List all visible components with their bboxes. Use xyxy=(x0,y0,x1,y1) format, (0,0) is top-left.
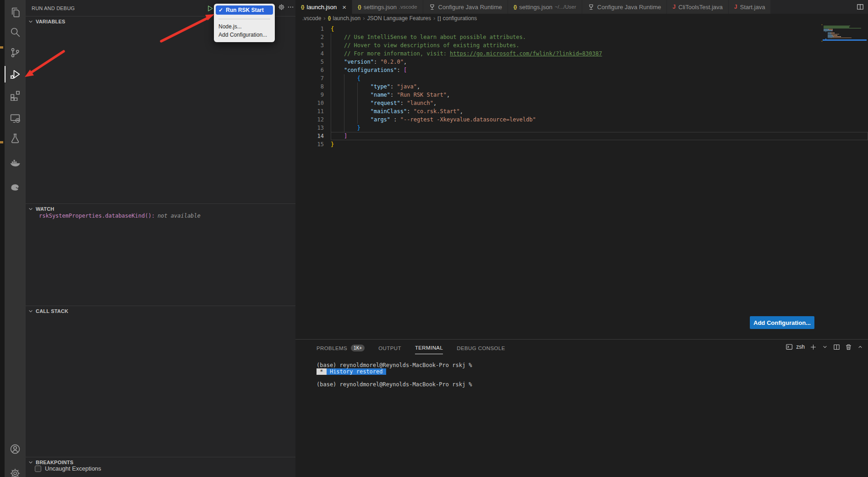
chevron-down-icon xyxy=(27,206,34,212)
terminal-prompt-icon[interactable] xyxy=(786,343,793,351)
activity-bar-item-explorer[interactable] xyxy=(5,3,26,22)
line-number: 6 xyxy=(295,66,331,74)
code-line-6[interactable]: 6 "configurations": [ xyxy=(295,66,868,74)
code-line-9[interactable]: 9 "name": "Run RSK Start", xyxy=(295,91,868,99)
watch-expression-row[interactable]: rskSystemProperties.databaseKind():not a… xyxy=(26,213,295,219)
split-editor-icon[interactable] xyxy=(857,3,865,12)
code-line-7[interactable]: 7 { xyxy=(295,74,868,82)
tab-configure-java-runtime[interactable]: Configure Java Runtime xyxy=(423,0,508,14)
code-line-2[interactable]: 2 // Use IntelliSense to learn about pos… xyxy=(295,33,868,41)
menu-item-nodejs[interactable]: Node.js... xyxy=(214,22,275,31)
code-line-11[interactable]: 11 "mainClass": "co.rsk.Start", xyxy=(295,107,868,115)
breadcrumb-item-json-language-features[interactable]: JSON Language Features xyxy=(367,15,431,22)
code-line-content: "configurations": [ xyxy=(331,66,868,74)
activity-bar-item-accounts[interactable] xyxy=(5,440,26,458)
breadcrumb-item-launch-json[interactable]: launch.json xyxy=(333,15,361,22)
minimap-line xyxy=(829,29,832,30)
code-line-8[interactable]: 8 "type": "java", xyxy=(295,82,868,91)
chevron-down-icon[interactable] xyxy=(822,344,828,350)
close-icon[interactable]: × xyxy=(342,4,346,11)
tab-label: CliToolsTest.java xyxy=(678,4,723,11)
minimap-current-line-marker xyxy=(823,39,867,41)
panel-tab-problems[interactable]: PROBLEMS1K+ xyxy=(317,340,365,355)
tab-start-java[interactable]: JStart.java xyxy=(729,0,771,14)
code-line-4[interactable]: 4 // For more information, visit: https:… xyxy=(295,49,868,58)
activity-bar-item-run-and-debug[interactable] xyxy=(5,65,26,83)
minimap-line xyxy=(831,34,839,35)
add-configuration-button[interactable]: Add Configuration... xyxy=(750,316,814,329)
watch-section-header[interactable]: WATCH xyxy=(26,203,295,214)
more-actions-icon[interactable] xyxy=(286,3,295,11)
breadcrumb-separator: › xyxy=(363,15,365,22)
editor-code-area[interactable]: 1{2 // Use IntelliSense to learn about p… xyxy=(295,22,868,339)
activity-bar-item-search[interactable] xyxy=(5,23,26,41)
minimap[interactable] xyxy=(820,22,867,46)
debug-settings-gear-icon[interactable] xyxy=(277,3,285,11)
panel-tab-output[interactable]: OUTPUT xyxy=(378,341,401,354)
activity-bar-item-settings-gear[interactable] xyxy=(5,464,26,477)
tab-settings-json-vscode[interactable]: {}settings.json.vscode xyxy=(352,0,423,14)
line-number: 4 xyxy=(295,49,331,58)
uncaught-exceptions-checkbox[interactable] xyxy=(35,466,41,472)
minimap-line xyxy=(832,30,833,31)
code-line-15[interactable]: 15} xyxy=(295,140,868,148)
code-line-content: "type": "java", xyxy=(331,82,868,91)
tab-configure-java-runtime[interactable]: Configure Java Runtime xyxy=(582,0,667,14)
code-line-content: // Use IntelliSense to learn about possi… xyxy=(331,33,868,41)
call-stack-section-header[interactable]: CALL STACK xyxy=(26,306,295,316)
activity-bar-item-testing[interactable] xyxy=(5,129,26,148)
code-line-content: ] xyxy=(331,132,868,140)
code-line-14[interactable]: 14 ] xyxy=(295,132,868,140)
minimap-line xyxy=(825,32,826,33)
code-line-1[interactable]: 1{ xyxy=(295,25,868,33)
tab-settings-json-user[interactable]: {}settings.json~/.../User xyxy=(508,0,582,14)
shell-label[interactable]: zsh xyxy=(796,344,805,350)
breadcrumb-item-configurations[interactable]: configurations xyxy=(443,15,477,22)
minimap-line xyxy=(839,34,839,35)
code-line-12[interactable]: 12 "args" : "--regtest -Xkeyvalue.dataso… xyxy=(295,115,868,124)
code-line-10[interactable]: 10 "request": "launch", xyxy=(295,99,868,107)
chevron-down-icon xyxy=(27,308,34,314)
minimap-line xyxy=(834,33,835,33)
activity-bar-item-docker[interactable] xyxy=(5,154,26,172)
minimap-line xyxy=(839,28,861,29)
tab-clitoolstest-java[interactable]: JCliToolsTest.java xyxy=(667,0,729,14)
code-line-3[interactable]: 3 // Hover to view descriptions of exist… xyxy=(295,41,868,49)
start-debug-icon[interactable] xyxy=(206,5,214,12)
tab-label: launch.json xyxy=(307,4,337,11)
line-number: 15 xyxy=(295,140,331,148)
breadcrumb-item-vscode[interactable]: .vscode xyxy=(302,15,321,22)
window-edge-strip xyxy=(0,0,5,477)
menu-item-add-configuration[interactable]: Add Configuration... xyxy=(214,31,275,39)
tab-detail: .vscode xyxy=(399,4,417,10)
minimap-line xyxy=(824,27,849,27)
code-line-13[interactable]: 13 } xyxy=(295,124,868,132)
call-stack-label: CALL STACK xyxy=(36,308,68,314)
code-line-5[interactable]: 5 "version": "0.2.0", xyxy=(295,58,868,66)
panel-tab-terminal[interactable]: TERMINAL xyxy=(415,341,443,354)
minimap-line xyxy=(832,29,833,30)
explorer-icon xyxy=(10,7,21,18)
terminal-line: (base) reynoldmorel@Reynolds-MacBook-Pro… xyxy=(317,362,472,368)
line-number: 10 xyxy=(295,99,331,107)
panel-tab-debug-console[interactable]: DEBUG CONSOLE xyxy=(457,341,505,354)
brackets-icon: [ ] xyxy=(437,16,440,21)
terminal-line: (base) reynoldmorel@Reynolds-MacBook-Pro… xyxy=(317,381,472,388)
terminal-output[interactable]: (base) reynoldmorel@Reynolds-MacBook-Pro… xyxy=(317,362,472,388)
menu-item-run-rsk-start[interactable]: ✓ Run RSK Start xyxy=(216,5,273,15)
activity-bar-item-source-control[interactable] xyxy=(5,44,26,62)
run-and-debug-icon xyxy=(10,69,21,80)
accounts-icon xyxy=(10,444,21,455)
split-terminal-icon[interactable] xyxy=(833,344,840,351)
new-terminal-icon[interactable] xyxy=(810,344,817,351)
trash-icon[interactable] xyxy=(845,344,852,351)
terminal-line: * History restored xyxy=(317,368,472,375)
activity-bar-item-extensions[interactable] xyxy=(5,86,26,104)
breadcrumb: .vscode › {} launch.json › JSON Language… xyxy=(295,14,868,22)
activity-bar-item-gradle[interactable] xyxy=(5,176,26,195)
activity-bar-item-remote-explorer[interactable] xyxy=(5,109,26,127)
chevron-up-icon[interactable] xyxy=(857,344,863,350)
code-line-content: { xyxy=(331,25,868,33)
tab-launch-json[interactable]: {}launch.json× xyxy=(295,0,352,14)
breakpoint-row-uncaught-exceptions: Uncaught Exceptions xyxy=(26,465,295,472)
